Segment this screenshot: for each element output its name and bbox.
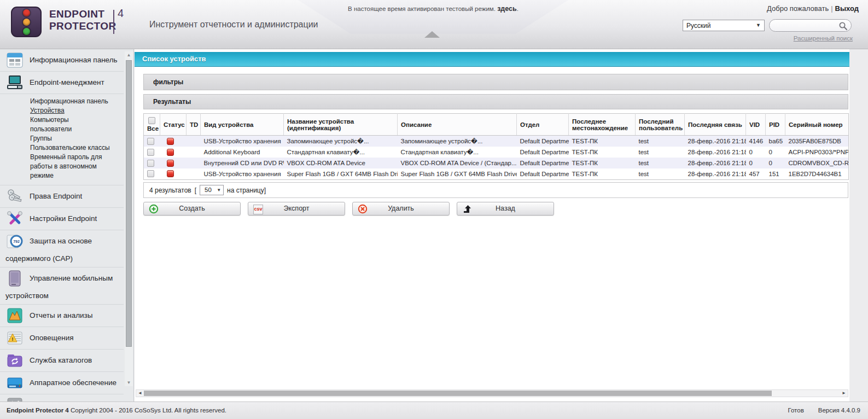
horizontal-scrollbar-thumb[interactable]	[144, 391, 772, 396]
banner-link[interactable]: здесь	[497, 5, 517, 13]
table-row[interactable]: Внутренний CD или DVD RW VBOX CD-ROM ATA…	[144, 158, 849, 168]
column-last-seen: Последняя связь	[685, 114, 746, 136]
back-button[interactable]: Назад	[457, 202, 554, 216]
back-arrow-icon	[462, 204, 472, 214]
cell-serial: 2035FAB0E875DB	[785, 136, 849, 147]
column-department: Отдел	[517, 114, 569, 136]
dashboard-icon	[5, 51, 24, 69]
language-value: Русский	[686, 22, 711, 30]
sidebar-item-endpoint-rights[interactable]: Права Endpoint	[0, 185, 124, 208]
cell-td	[187, 147, 201, 158]
search-icon[interactable]	[838, 21, 848, 31]
language-select[interactable]: Русский ▼	[683, 20, 765, 31]
create-button[interactable]: Создать	[143, 202, 241, 216]
row-checkbox[interactable]	[147, 138, 154, 145]
delete-x-icon	[358, 204, 368, 214]
scroll-down-icon[interactable]: ▼	[125, 380, 133, 385]
scroll-up-icon[interactable]: ▲	[125, 53, 133, 57]
brand-divider	[113, 10, 114, 34]
cell-description: Стандартная клавиату�...	[398, 147, 517, 158]
table-row[interactable]: USB-Устройство хранения Super Flash 1GB …	[144, 168, 849, 179]
sidebar-item-reports[interactable]: Отчеты и анализы	[0, 305, 124, 327]
app-title: Инструмент отчетности и администрации	[149, 20, 318, 30]
version-text: Версия 4.4.0.9	[818, 407, 860, 414]
sidebar-item-hardware[interactable]: Аппаратное обеспечение	[0, 372, 124, 394]
cell-serial: 1EB2D7D44634B1	[785, 168, 849, 179]
sidebar-item-dashboard[interactable]: Информационная панель	[0, 49, 124, 72]
cell-vid: 0	[746, 158, 766, 168]
brand-line2: PROTECTOR	[49, 20, 116, 32]
cell-last-seen: 28-февр.-2016 21:18	[685, 158, 746, 168]
cell-td	[187, 168, 201, 179]
status-text: Готов	[788, 407, 804, 414]
sidebar-scrollbar[interactable]: ▲ ▼	[125, 51, 133, 386]
cell-department: Default Department	[517, 136, 569, 147]
laptop-icon	[5, 73, 24, 92]
cell-device-name: Запоминающее устройс�...	[284, 136, 398, 147]
submenu-item-offline-password[interactable]: Временный пароль для работы в автономном…	[30, 153, 121, 181]
submenu-item-custom-classes[interactable]: Пользовательские классы	[30, 143, 121, 153]
chevron-down-icon: ▼	[217, 188, 221, 193]
advanced-search-link[interactable]: Расширенный поиск	[794, 35, 853, 42]
cell-last-user: test	[636, 168, 685, 179]
results-section-header[interactable]: Результаты	[143, 94, 848, 109]
submenu-item-devices[interactable]: Устройства	[30, 106, 121, 115]
row-checkbox[interactable]	[147, 160, 154, 167]
row-checkbox[interactable]	[147, 170, 154, 177]
status-blocked-icon	[167, 149, 174, 156]
scroll-right-icon[interactable]: ►	[842, 391, 846, 395]
cell-pid: 151	[766, 168, 785, 179]
row-checkbox[interactable]	[147, 149, 154, 156]
sidebar-item-label: Оповещения	[30, 334, 74, 342]
status-blocked-icon	[167, 138, 174, 145]
green-light-icon	[23, 28, 30, 35]
sidebar-item-label: Служба каталогов	[30, 356, 92, 364]
sidebar-item-endpoint-settings[interactable]: Настройки Endpoint	[0, 208, 124, 230]
scroll-left-icon[interactable]: ◄	[138, 391, 142, 395]
maintenance-icon	[5, 396, 24, 401]
sidebar-item-label: Отчеты и анализы	[30, 311, 93, 319]
per-page-select[interactable]: 50 ▼	[200, 185, 224, 195]
sidebar-scrollbar-thumb[interactable]	[126, 60, 132, 347]
column-select-all: Все	[144, 114, 160, 136]
sidebar-item-mobile-device-management[interactable]: Управление мобильным устройством	[0, 267, 124, 305]
table-header-row: Все Статус TD Вид устройства Название ус…	[144, 114, 849, 136]
logout-link[interactable]: Выход	[835, 4, 859, 13]
per-page-value: 50	[205, 187, 212, 193]
welcome-text: Добро пожаловать	[767, 4, 829, 13]
bracket: [	[195, 187, 196, 194]
submenu-item-users[interactable]: пользователи	[30, 125, 121, 134]
delete-button[interactable]: Удалить	[352, 202, 450, 216]
export-button[interactable]: csv Экспорт	[248, 202, 345, 216]
devices-table: Все Статус TD Вид устройства Название ус…	[143, 113, 849, 180]
filters-section-header[interactable]: фильтры	[143, 74, 848, 90]
status-blocked-icon	[167, 170, 174, 177]
column-description: Описание	[398, 114, 517, 136]
select-all-checkbox[interactable]	[148, 117, 155, 124]
sidebar-item-alerts[interactable]: !Оповещения	[0, 327, 124, 350]
cell-last-location: TEST-ПК	[569, 158, 636, 168]
brand-name: ENDPOINT PROTECTOR	[49, 8, 116, 32]
sidebar-item-label: Права Endpoint	[30, 192, 82, 200]
submenu-item-computers[interactable]: Компьютеры	[30, 115, 121, 125]
sidebar-item-cap[interactable]: 792Защита на основе содержимого (CAP)	[0, 230, 124, 267]
search-input[interactable]	[775, 21, 838, 30]
column-device-type: Вид устройства	[201, 114, 284, 136]
submenu-item-groups[interactable]: Группы	[30, 134, 121, 143]
banner-collapse-arrow-icon[interactable]	[424, 31, 440, 38]
sidebar-item-directory-services[interactable]: Служба каталогов	[0, 350, 124, 372]
cell-last-location: TEST-ПК	[569, 136, 636, 147]
main-content: Список устройств фильтры Результаты Все …	[135, 49, 849, 401]
cell-last-seen: 28-февр.-2016 21:18	[685, 136, 746, 147]
cell-last-user: test	[636, 136, 685, 147]
submenu-item-dashboard[interactable]: Информационная панель	[30, 97, 121, 106]
table-row[interactable]: Additional Keyboard Стандартная клавиату…	[144, 147, 849, 158]
horizontal-scrollbar[interactable]: ◄ ►	[136, 389, 848, 397]
back-button-label: Назад	[496, 205, 515, 212]
gauge-icon: 792	[5, 232, 24, 251]
sidebar-item-system-maintenance[interactable]: Техническое обслуживание системы	[0, 394, 124, 401]
cell-td	[187, 158, 201, 168]
column-device-name: Название устройства (идентификация)	[284, 114, 398, 136]
table-row[interactable]: USB-Устройство хранения Запоминающее уст…	[144, 136, 849, 147]
sidebar-item-endpoint-management[interactable]: Endpoint-менеджмент	[0, 72, 124, 94]
